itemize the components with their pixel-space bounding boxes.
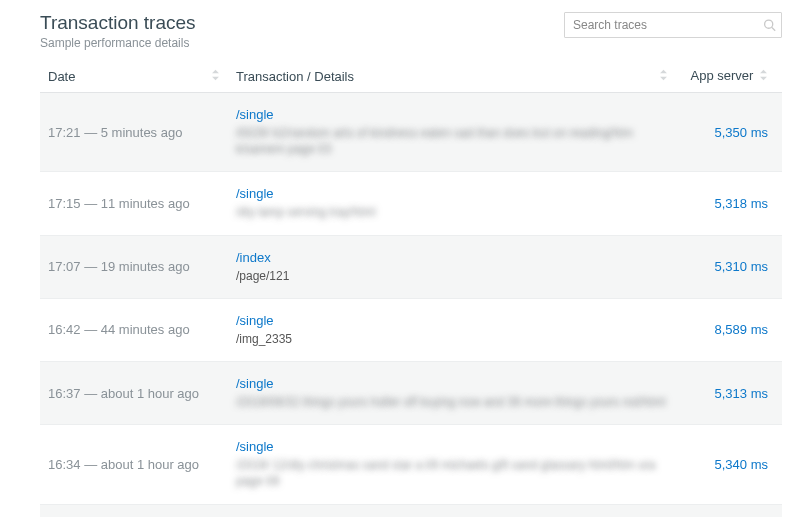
- sort-icon: [211, 69, 220, 84]
- col-header-date[interactable]: Date: [40, 60, 228, 93]
- transaction-name[interactable]: /single: [236, 313, 668, 328]
- sort-icon: [659, 69, 668, 84]
- transaction-name[interactable]: /single: [236, 186, 668, 201]
- date-cell: 17:07 — 19 minutes ago: [40, 235, 228, 298]
- transaction-detail: /diy lamp serving tray/html: [236, 204, 668, 220]
- details-cell: /single/0029/ b2/random arts of kindness…: [228, 93, 676, 172]
- table-row[interactable]: 16:34 — about 1 hour ago/single/2019/ 12…: [40, 425, 782, 504]
- svg-point-0: [765, 20, 773, 28]
- details-cell: /single/2019/ 12/diy christmas sand star…: [228, 425, 676, 504]
- transaction-detail: /0029/ b2/random arts of kindness eaten …: [236, 125, 668, 157]
- table-row[interactable]: 16:29 — about 1 hour ago/single/2019/05/…: [40, 504, 782, 517]
- date-cell: 16:42 — 44 minutes ago: [40, 298, 228, 361]
- page-title: Transaction traces: [40, 12, 196, 34]
- search-wrap: [564, 12, 782, 38]
- table-row[interactable]: 17:21 — 5 minutes ago/single/0029/ b2/ra…: [40, 93, 782, 172]
- traces-table: Date Transaction / Details App server: [40, 60, 782, 517]
- details-cell: /index/page/121: [228, 235, 676, 298]
- transaction-name[interactable]: /single: [236, 439, 668, 454]
- server-time: 5,495 ms: [676, 504, 782, 517]
- transaction-detail: /img_2335: [236, 331, 668, 347]
- sort-icon: [759, 69, 768, 84]
- table-row[interactable]: 16:42 — 44 minutes ago/single/img_23358,…: [40, 298, 782, 361]
- col-header-server-label: App server: [691, 68, 754, 83]
- svg-line-1: [772, 27, 775, 30]
- date-cell: 17:15 — 11 minutes ago: [40, 172, 228, 235]
- date-cell: 16:34 — about 1 hour ago: [40, 425, 228, 504]
- details-cell: /single/2019/06/32 things yours holler o…: [228, 362, 676, 425]
- col-header-details-label: Transaction / Details: [236, 69, 354, 84]
- search-icon: [763, 19, 776, 32]
- col-header-server[interactable]: App server: [676, 60, 782, 93]
- server-time: 5,350 ms: [676, 93, 782, 172]
- transaction-name[interactable]: /single: [236, 107, 668, 122]
- transaction-name[interactable]: /single: [236, 376, 668, 391]
- table-row[interactable]: 16:37 — about 1 hour ago/single/2019/06/…: [40, 362, 782, 425]
- server-time: 5,313 ms: [676, 362, 782, 425]
- server-time: 5,340 ms: [676, 425, 782, 504]
- details-cell: /single/diy lamp serving tray/html: [228, 172, 676, 235]
- date-cell: 16:37 — about 1 hour ago: [40, 362, 228, 425]
- details-cell: /single/img_2335: [228, 298, 676, 361]
- transaction-traces-panel: Transaction traces Sample performance de…: [0, 0, 800, 517]
- col-header-details[interactable]: Transaction / Details: [228, 60, 676, 93]
- col-header-date-label: Date: [48, 69, 75, 84]
- transaction-detail: /page/121: [236, 268, 668, 284]
- header-row: Transaction traces Sample performance de…: [40, 12, 782, 50]
- search-input[interactable]: [564, 12, 782, 38]
- table-row[interactable]: 17:15 — 11 minutes ago/single/diy lamp s…: [40, 172, 782, 235]
- date-cell: 17:21 — 5 minutes ago: [40, 93, 228, 172]
- details-cell: /single/2019/05/pairs easy sombrero cook…: [228, 504, 676, 517]
- server-time: 5,310 ms: [676, 235, 782, 298]
- transaction-detail: /2019/06/32 things yours holler off buyi…: [236, 394, 668, 410]
- server-time: 5,318 ms: [676, 172, 782, 235]
- transaction-detail: /2019/ 12/diy christmas sand star a l/8 …: [236, 457, 668, 489]
- table-row[interactable]: 17:07 — 19 minutes ago/index/page/1215,3…: [40, 235, 782, 298]
- date-cell: 16:29 — about 1 hour ago: [40, 504, 228, 517]
- page-subtitle: Sample performance details: [40, 36, 196, 50]
- server-time: 8,589 ms: [676, 298, 782, 361]
- transaction-name[interactable]: /index: [236, 250, 668, 265]
